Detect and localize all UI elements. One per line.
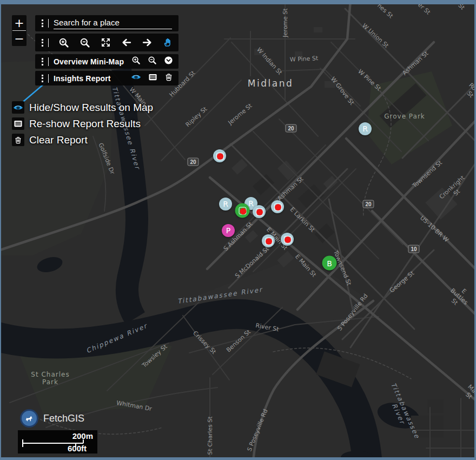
zoom-out-button[interactable]: − — [12, 31, 27, 46]
report-icon[interactable] — [148, 73, 157, 83]
window-frame-bottom — [0, 457, 476, 460]
legend-label: Clear Report — [29, 134, 88, 146]
fetchgis-branding: FetchGIS — [20, 409, 84, 428]
eye-icon[interactable] — [12, 101, 24, 114]
scale-imperial-label: 600ft — [68, 444, 87, 453]
trash-icon[interactable] — [12, 134, 24, 146]
map-toolbar — [35, 34, 178, 51]
zoom-out-icon[interactable] — [75, 37, 96, 48]
scale-bar: 200m 600ft — [18, 430, 97, 454]
divider — [48, 19, 49, 28]
result-dot-icon — [265, 238, 272, 245]
search-bar: Search for a place — [35, 15, 178, 31]
result-dot-icon — [284, 236, 291, 243]
marker-letter: R — [248, 199, 254, 208]
zoom-out-icon[interactable] — [148, 56, 157, 67]
map-marker-result[interactable] — [213, 149, 226, 162]
map-marker-result[interactable] — [235, 203, 250, 218]
drag-handle-icon[interactable] — [42, 58, 43, 65]
marker-letter: R — [223, 200, 228, 208]
marker-letter: B — [327, 259, 332, 267]
collapse-icon[interactable] — [164, 56, 173, 67]
drag-handle-icon[interactable] — [42, 75, 43, 82]
map-marker-result[interactable] — [271, 200, 284, 213]
zoom-in-icon[interactable] — [131, 56, 141, 67]
logo-text: FetchGIS — [43, 413, 84, 424]
previous-extent-icon[interactable] — [116, 37, 137, 48]
zoom-control: + − — [12, 15, 27, 46]
zoom-extent-icon[interactable] — [95, 37, 116, 48]
eye-icon[interactable] — [131, 73, 141, 83]
map-marker-result[interactable] — [253, 205, 266, 218]
fetchgis-map-app: MidlandJerome StW Union StW Pine StW Pin… — [0, 0, 476, 460]
overview-minimap-title: Overview Mini-Map — [54, 57, 124, 66]
result-dot-icon — [216, 153, 223, 160]
result-dot-icon — [239, 207, 246, 214]
divider — [48, 57, 49, 66]
window-frame-left — [0, 0, 1, 460]
legend-label: Hide/Show Results on Map — [29, 102, 153, 114]
result-dot-icon — [256, 208, 263, 215]
next-extent-icon[interactable] — [137, 37, 158, 48]
insights-report-panel: Insights Report — [35, 71, 178, 86]
trash-icon[interactable] — [164, 73, 173, 84]
map-canvas[interactable] — [0, 0, 476, 460]
legend-item-show-results: Hide/Show Results on Map — [12, 101, 153, 114]
marker-letter: R — [362, 124, 368, 133]
map-marker-b[interactable]: B — [322, 256, 337, 271]
insights-report-title: Insights Report — [54, 74, 111, 83]
divider — [48, 38, 49, 47]
legend-item-reshow-report: Re-show Report Results — [12, 117, 141, 130]
pan-icon[interactable] — [158, 37, 179, 48]
map-marker-result[interactable] — [262, 234, 275, 247]
zoom-in-icon[interactable] — [54, 37, 75, 48]
search-input[interactable]: Search for a place — [54, 18, 172, 29]
legend-item-clear-report: Clear Report — [12, 134, 88, 146]
zoom-in-button[interactable]: + — [12, 15, 27, 30]
report-icon[interactable] — [12, 117, 24, 130]
map-marker-p[interactable]: P — [222, 224, 235, 237]
overview-minimap-panel: Overview Mini-Map — [35, 54, 178, 69]
map-marker-r[interactable]: R — [359, 122, 372, 135]
result-dot-icon — [274, 203, 281, 211]
legend-label: Re-show Report Results — [29, 118, 141, 130]
marker-letter: P — [226, 226, 230, 235]
divider — [48, 74, 49, 83]
drag-handle-icon[interactable] — [42, 19, 43, 27]
dog-icon[interactable] — [20, 409, 38, 428]
map-marker-result[interactable] — [281, 233, 294, 246]
drag-handle-icon[interactable] — [42, 39, 43, 47]
map-marker-r[interactable]: R — [219, 198, 232, 211]
window-frame-top — [0, 0, 476, 4]
